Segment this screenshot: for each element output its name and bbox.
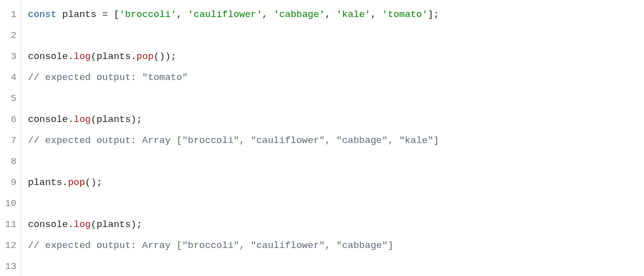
dot: . — [68, 114, 74, 125]
line-number: 8 — [5, 151, 17, 172]
method-pop: pop — [68, 177, 85, 188]
parens: () — [85, 177, 97, 188]
line-number: 6 — [5, 109, 17, 130]
code-line[interactable]: console.log(plants); — [28, 214, 638, 235]
comment: // expected output: Array ["broccoli", "… — [28, 240, 394, 251]
identifier: plants — [97, 114, 131, 125]
semicolon: ; — [97, 177, 102, 188]
paren-close: ) — [165, 51, 171, 62]
string-literal: 'cauliflower' — [188, 9, 262, 20]
string-literal: 'kale' — [337, 9, 371, 20]
dot: . — [62, 177, 68, 188]
code-line[interactable]: // expected output: Array ["broccoli", "… — [28, 130, 638, 151]
space — [57, 9, 62, 20]
method-log: log — [74, 219, 91, 230]
code-area[interactable]: const plants = ['broccoli', 'cauliflower… — [21, 0, 644, 276]
string-literal: 'cabbage' — [273, 9, 325, 20]
line-number: 9 — [5, 172, 17, 193]
identifier: plants — [97, 219, 131, 230]
semicolon: ; — [433, 9, 439, 20]
code-line[interactable]: console.log(plants); — [28, 109, 638, 130]
code-line[interactable]: // expected output: "tomato" — [28, 67, 638, 88]
paren-close: ) — [131, 219, 136, 230]
code-line-empty[interactable] — [28, 193, 638, 214]
line-number: 5 — [5, 88, 17, 109]
dot: . — [131, 51, 136, 62]
code-line[interactable]: // expected output: Array ["broccoli", "… — [28, 235, 638, 256]
code-line-empty[interactable] — [28, 256, 638, 276]
paren-open: ( — [91, 114, 96, 125]
line-number: 11 — [5, 214, 17, 235]
identifier: console — [28, 114, 68, 125]
code-line-empty[interactable] — [28, 25, 638, 46]
space — [108, 9, 113, 20]
comma: , — [262, 9, 273, 20]
paren-open: ( — [91, 51, 96, 62]
code-editor: 1 2 3 4 5 6 7 8 9 10 11 12 13 const plan… — [0, 0, 644, 276]
comma: , — [176, 9, 188, 20]
comment: // expected output: Array ["broccoli", "… — [28, 135, 439, 146]
method-log: log — [74, 114, 91, 125]
bracket-close: ] — [428, 9, 433, 20]
semicolon: ; — [137, 114, 142, 125]
line-number: 10 — [5, 193, 17, 214]
keyword-const: const — [28, 9, 57, 20]
space — [97, 9, 102, 20]
code-line[interactable]: plants.pop(); — [28, 172, 638, 193]
dot: . — [68, 51, 74, 62]
code-line-empty[interactable] — [28, 151, 638, 172]
equals: = — [102, 9, 108, 20]
paren-close: ) — [131, 114, 136, 125]
identifier: plants — [97, 51, 131, 62]
identifier: plants — [28, 177, 62, 188]
string-literal: 'broccoli' — [119, 9, 176, 20]
string-literal: 'tomato' — [382, 9, 428, 20]
method-pop: pop — [137, 51, 154, 62]
line-number: 13 — [5, 256, 17, 276]
code-line[interactable]: console.log(plants.pop()); — [28, 46, 638, 67]
identifier: console — [28, 51, 68, 62]
line-number: 12 — [5, 235, 17, 256]
paren-open: ( — [91, 219, 96, 230]
identifier: plants — [62, 9, 96, 20]
code-line-empty[interactable] — [28, 88, 638, 109]
comment: // expected output: "tomato" — [28, 72, 188, 83]
code-line[interactable]: const plants = ['broccoli', 'cauliflower… — [28, 4, 638, 25]
line-number: 3 — [5, 46, 17, 67]
method-log: log — [74, 51, 91, 62]
line-number: 1 — [5, 4, 17, 25]
dot: . — [68, 219, 74, 230]
line-number-gutter: 1 2 3 4 5 6 7 8 9 10 11 12 13 — [0, 0, 21, 276]
comma: , — [371, 9, 382, 20]
identifier: console — [28, 219, 68, 230]
line-number: 2 — [5, 25, 17, 46]
bracket-open: [ — [114, 9, 119, 20]
parens: () — [154, 51, 165, 62]
comma: , — [325, 9, 337, 20]
line-number: 4 — [5, 67, 17, 88]
line-number: 7 — [5, 130, 17, 151]
semicolon: ; — [171, 51, 176, 62]
semicolon: ; — [137, 219, 142, 230]
